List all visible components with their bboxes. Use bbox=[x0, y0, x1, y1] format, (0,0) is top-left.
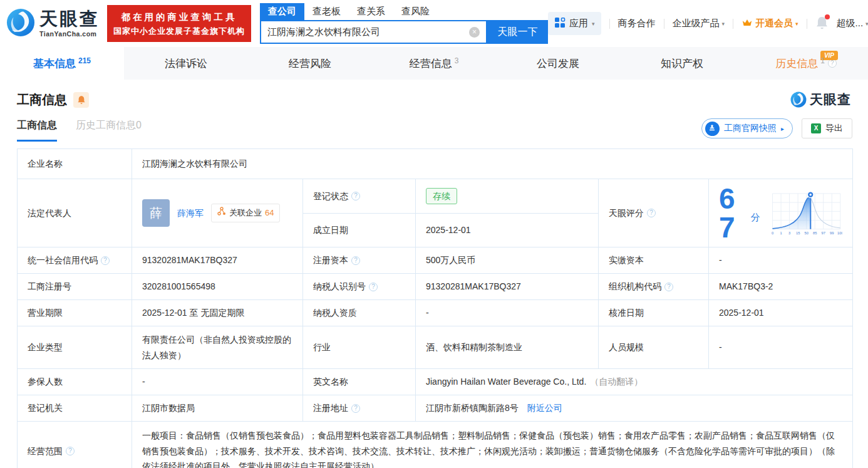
insured-count-value: - bbox=[132, 369, 303, 395]
business-scope-label: 经营范围? bbox=[18, 422, 132, 468]
apps-menu[interactable]: 应用 ▾ bbox=[548, 12, 601, 35]
help-icon[interactable]: ? bbox=[828, 59, 837, 68]
company-name-label: 企业名称 bbox=[18, 149, 132, 179]
help-icon[interactable]: ? bbox=[66, 447, 75, 455]
nearby-companies-link[interactable]: 附近公司 bbox=[527, 403, 562, 413]
menu-super-vip[interactable]: 超级... ▾ bbox=[837, 18, 868, 29]
tab-intellectual-property-label: 知识产权 bbox=[661, 56, 703, 71]
search-tab-relation[interactable]: 查关系 bbox=[349, 3, 393, 20]
help-icon[interactable]: ? bbox=[664, 283, 673, 291]
menu-open-vip[interactable]: 开通会员 ▾ bbox=[741, 18, 798, 29]
company-name-value: 江阴海澜之水饮料有限公司 bbox=[132, 149, 853, 179]
legal-rep-link[interactable]: 薛海军 bbox=[177, 205, 204, 221]
tianyancha-logo-icon bbox=[6, 8, 35, 39]
subscribe-bell-icon[interactable] bbox=[73, 92, 89, 108]
tab-basic-info-count: 215 bbox=[78, 56, 91, 65]
credit-code-label-text: 统一社会信用代码 bbox=[28, 252, 98, 268]
export-button[interactable]: X 导出 bbox=[802, 118, 852, 138]
divider bbox=[609, 19, 610, 29]
taxpayer-id-label-text: 纳税人识别号 bbox=[313, 279, 366, 294]
brand-name: 天眼查 bbox=[39, 10, 100, 28]
svg-text:97: 97 bbox=[821, 231, 825, 235]
tianyancha-logo[interactable]: 天眼查 TianYanCha.com bbox=[6, 8, 100, 39]
business-scope-value: 一般项目：食品销售（仅销售预包装食品）；食品用塑料包装容器工具制品销售；塑料制品… bbox=[132, 422, 853, 468]
english-name-text: Jiangyin Hailan Water Beverage Co., Ltd. bbox=[426, 377, 586, 387]
related-companies-count: 64 bbox=[265, 206, 274, 221]
top-menu: 应用 ▾ 商务合作 企业级产品 ▾ 开通会员 ▾ 超级... ▾ bbox=[548, 12, 868, 35]
tab-legal-lawsuits[interactable]: 法律诉讼 bbox=[124, 47, 248, 80]
establish-date-label: 成立日期 bbox=[303, 213, 416, 247]
score-distribution-chart: 0131550859799100 bbox=[770, 187, 842, 239]
industry-label: 行业 bbox=[303, 326, 416, 369]
svg-text:3: 3 bbox=[788, 231, 790, 235]
help-icon[interactable]: ? bbox=[101, 256, 110, 265]
org-code-label: 组织机构代码? bbox=[599, 274, 709, 300]
reg-capital-label-text: 注册资本 bbox=[313, 252, 348, 268]
tab-company-development[interactable]: 公司发展 bbox=[496, 47, 620, 80]
svg-text:1: 1 bbox=[780, 231, 782, 235]
help-icon[interactable]: ? bbox=[647, 209, 656, 217]
help-icon[interactable]: ? bbox=[351, 192, 360, 200]
search-area: 查公司 查老板 查关系 查风险 × 天眼一下 bbox=[260, 3, 548, 44]
business-term-label: 营业期限 bbox=[18, 300, 132, 326]
reg-address-value: 江阴市新桥镇陶新路8号 附近公司 bbox=[416, 395, 853, 422]
search-input[interactable] bbox=[261, 27, 469, 38]
brand-domain: TianYanCha.com bbox=[39, 31, 100, 38]
taxpayer-id-value: 91320281MAK17BQ327 bbox=[416, 274, 599, 300]
tab-operation-info[interactable]: 经营信息 3 bbox=[372, 47, 496, 80]
tyc-score-label-text: 天眼评分 bbox=[609, 205, 644, 221]
enterprise-product-label: 企业级产品 bbox=[673, 18, 720, 29]
reg-number-value: 320281001565498 bbox=[132, 274, 303, 300]
svg-text:0: 0 bbox=[772, 231, 773, 235]
tab-history-info[interactable]: VIP 历史信息 1 ? bbox=[744, 47, 868, 80]
notification-bell-icon[interactable] bbox=[815, 16, 829, 32]
help-icon[interactable]: ? bbox=[369, 283, 378, 291]
promo-banner: 都在用的商业查询工具 国家中小企业发展子基金旗下机构 bbox=[107, 5, 251, 41]
search-tab-company[interactable]: 查公司 bbox=[260, 3, 304, 20]
chevron-down-icon: ▾ bbox=[795, 21, 798, 27]
tab-basic-info[interactable]: 基本信息 215 bbox=[0, 47, 124, 80]
chevron-down-icon: ▾ bbox=[722, 21, 725, 27]
related-companies-badge[interactable]: 关联企业 64 bbox=[211, 204, 280, 223]
arrow-right-icon: ▸ bbox=[781, 125, 784, 132]
subtab-business-info[interactable]: 工商信息 bbox=[17, 119, 57, 142]
legal-rep-avatar[interactable]: 薛 bbox=[142, 199, 170, 227]
help-icon[interactable]: ? bbox=[351, 256, 360, 265]
table-row: 企业名称 江阴海澜之水饮料有限公司 bbox=[18, 149, 853, 179]
reg-capital-value: 500万人民币 bbox=[416, 247, 599, 274]
tyc-score-cell[interactable]: 67 分 bbox=[709, 179, 853, 247]
org-code-label-text: 组织机构代码 bbox=[609, 279, 661, 294]
industry-value: 酒、饮料和精制茶制造业 bbox=[416, 326, 599, 369]
menu-business-coop[interactable]: 商务合作 bbox=[618, 18, 656, 29]
apps-label: 应用 bbox=[569, 18, 588, 29]
subtab-row: 工商信息 历史工商信息0 工商官网快照 ▸ X 导出 bbox=[0, 111, 868, 142]
clear-search-icon[interactable]: × bbox=[469, 27, 480, 38]
search-tab-boss[interactable]: 查老板 bbox=[304, 3, 349, 20]
tab-intellectual-property[interactable]: 知识产权 bbox=[620, 47, 744, 80]
subtab-history-label: 历史工商信息 bbox=[76, 120, 136, 130]
subtab-history-business-info[interactable]: 历史工商信息0 bbox=[76, 119, 142, 142]
table-row: 参保人数 - 英文名称 Jiangyin Hailan Water Bevera… bbox=[18, 369, 853, 395]
search-tab-risk[interactable]: 查风险 bbox=[393, 3, 438, 20]
divider bbox=[733, 19, 733, 29]
table-row: 经营范围? 一般项目：食品销售（仅销售预包装食品）；食品用塑料包装容器工具制品销… bbox=[18, 422, 853, 468]
tyc-score-label: 天眼评分? bbox=[599, 179, 709, 247]
english-name-label: 英文名称 bbox=[303, 369, 416, 395]
tab-operation-risk[interactable]: 经营风险 bbox=[248, 47, 372, 80]
svg-text:85: 85 bbox=[813, 231, 817, 235]
excel-icon: X bbox=[811, 123, 821, 133]
official-snapshot-button[interactable]: 工商官网快照 ▸ bbox=[701, 118, 793, 138]
score-axis-ticks: 0131550859799100 bbox=[772, 231, 842, 235]
search-button[interactable]: 天眼一下 bbox=[487, 20, 548, 44]
business-term-value: 2025-12-01 至 无固定期限 bbox=[132, 300, 303, 326]
credit-code-label: 统一社会信用代码? bbox=[18, 247, 132, 274]
tianyancha-watermark-logo: 天眼查 bbox=[790, 91, 851, 108]
help-icon[interactable]: ? bbox=[351, 404, 360, 413]
menu-enterprise-product[interactable]: 企业级产品 ▾ bbox=[673, 18, 725, 29]
search-type-tabs: 查公司 查老板 查关系 查风险 bbox=[260, 3, 548, 20]
notification-dot bbox=[825, 14, 830, 19]
svg-text:99: 99 bbox=[830, 231, 834, 235]
tab-operation-info-label: 经营信息 bbox=[410, 56, 452, 71]
tab-basic-info-label: 基本信息 bbox=[33, 56, 76, 71]
insured-count-label: 参保人数 bbox=[18, 369, 132, 395]
